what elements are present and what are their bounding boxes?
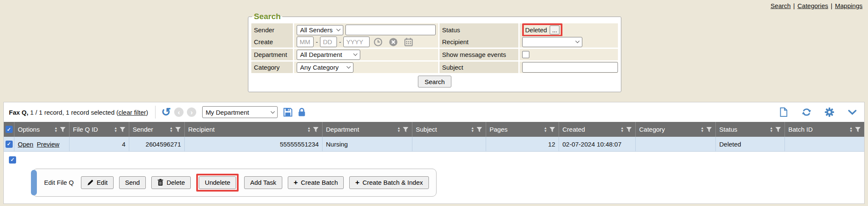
category-select[interactable]: Any Category <box>297 62 353 73</box>
footer-select-checkbox[interactable]: ✓ <box>9 156 16 164</box>
sort-icon[interactable]: ▲▼ <box>114 127 117 133</box>
save-view-icon[interactable] <box>283 107 293 117</box>
create-month-input[interactable] <box>297 37 314 47</box>
edit-panel-label: Edit File Q <box>44 179 74 186</box>
cell-category <box>636 137 716 151</box>
row-checkbox[interactable]: ✓ <box>6 141 13 148</box>
nav-link-search[interactable]: Search <box>771 2 791 9</box>
sender-select[interactable]: All Senders <box>297 25 343 35</box>
toolbar-right-icons <box>779 107 857 117</box>
sort-icon[interactable]: ▲▼ <box>701 127 704 133</box>
category-select-value: Any Category <box>300 64 339 71</box>
date-separator: - <box>316 38 318 45</box>
create-batch-index-button[interactable]: + Create Batch & Index <box>349 176 429 189</box>
collapse-chevron-icon[interactable] <box>847 107 857 117</box>
preview-link[interactable]: Preview <box>37 141 59 148</box>
show-message-events-checkbox[interactable] <box>522 51 529 58</box>
cell-options: OpenPreview <box>14 137 70 151</box>
filter-icon[interactable] <box>549 127 555 133</box>
filter-icon[interactable] <box>855 127 861 133</box>
column-label: Created <box>562 126 585 133</box>
status-label: Status <box>440 23 518 37</box>
column-label: File Q ID <box>73 126 98 133</box>
edit-button-label: Edit <box>97 179 108 186</box>
previous-page-icon: ‹ <box>174 107 184 117</box>
search-panel: Search Sender All Senders Status Deleted… <box>248 12 621 92</box>
undelete-highlight-annotation: Undelete <box>196 174 239 192</box>
undelete-button[interactable]: Undelete <box>199 176 236 189</box>
clear-filter-link[interactable]: clear filter <box>118 109 146 116</box>
sort-icon[interactable]: ▲▼ <box>620 127 624 133</box>
recipient-label: Recipient <box>440 36 518 48</box>
sort-icon[interactable]: ▲▼ <box>54 127 58 133</box>
filter-icon[interactable] <box>313 127 319 133</box>
sort-icon[interactable]: ▲▼ <box>849 127 853 133</box>
create-label: Create <box>251 36 293 48</box>
search-button-row: Search <box>251 74 618 89</box>
header-cell-category: Category ▲▼ <box>636 122 716 137</box>
department-label: Department <box>251 49 293 60</box>
filter-icon[interactable] <box>775 127 781 133</box>
column-label: Status <box>719 126 737 133</box>
grid-footer: ✓ Edit File Q Edit Send Delete Undelete <box>4 152 864 203</box>
sender-text-input[interactable] <box>345 25 436 35</box>
cell-sender: 2604596271 <box>129 137 185 151</box>
sort-icon[interactable]: ▲▼ <box>170 127 173 133</box>
search-button[interactable]: Search <box>418 76 452 87</box>
chevron-down-icon <box>353 52 358 56</box>
view-select-value: My Department <box>206 109 249 116</box>
nav-link-mappings[interactable]: Mappings <box>835 2 862 9</box>
filter-icon[interactable] <box>403 127 409 133</box>
sort-icon[interactable]: ▲▼ <box>397 127 401 133</box>
search-row-category-subject: Category Any Category Subject <box>251 62 618 73</box>
sort-icon[interactable]: ▲▼ <box>471 127 474 133</box>
gear-icon[interactable] <box>824 107 835 117</box>
sort-icon[interactable]: ▲▼ <box>544 127 547 133</box>
undo-icon[interactable]: ↺ <box>161 107 171 118</box>
search-row-sender-status: Sender All Senders Status Deleted ... <box>251 23 618 35</box>
calendar-icon[interactable] <box>404 37 413 47</box>
create-day-input[interactable] <box>320 37 337 47</box>
refresh-icon[interactable] <box>801 107 812 117</box>
grid-title: Fax Q, 1 / 1 record, 1 record selected (… <box>9 109 148 116</box>
filter-icon[interactable] <box>626 127 632 133</box>
select-all-checkbox[interactable]: ✓ <box>6 126 13 133</box>
filter-icon[interactable] <box>175 127 181 133</box>
sender-label: Sender <box>251 23 293 37</box>
department-select[interactable]: All Department <box>297 50 360 60</box>
view-select[interactable]: My Department <box>202 106 278 118</box>
show-message-events-label: Show message events <box>440 49 518 60</box>
delete-button-label: Delete <box>167 179 185 186</box>
recipient-select[interactable] <box>522 37 582 47</box>
lock-icon[interactable] <box>297 107 307 117</box>
clock-icon[interactable] <box>373 37 383 47</box>
filter-icon[interactable] <box>120 127 125 133</box>
column-label: Batch ID <box>788 126 813 133</box>
filter-icon[interactable] <box>476 127 482 133</box>
nav-link-categories[interactable]: Categories <box>798 2 829 9</box>
status-more-button[interactable]: ... <box>550 25 560 34</box>
sort-icon[interactable]: ▲▼ <box>307 127 311 133</box>
filter-icon[interactable] <box>706 127 712 133</box>
open-link[interactable]: Open <box>18 141 33 148</box>
create-batch-button[interactable]: + Create Batch <box>288 176 344 189</box>
send-button[interactable]: Send <box>119 176 146 189</box>
toolbar-divider <box>155 106 156 119</box>
header-cell-file-q-id: File Q ID ▲▼ <box>70 122 129 137</box>
delete-button[interactable]: Delete <box>151 176 191 189</box>
chevron-down-icon <box>337 27 341 31</box>
date-separator: - <box>339 38 341 45</box>
status-highlight-annotation: Deleted ... <box>522 23 562 37</box>
edit-button[interactable]: Edit <box>81 176 114 189</box>
create-year-input[interactable] <box>343 37 370 47</box>
subject-input[interactable] <box>522 62 618 73</box>
header-cell-options: Options ▲▼ <box>14 122 70 137</box>
new-document-icon[interactable] <box>779 107 789 117</box>
next-page-icon: › <box>187 107 196 117</box>
filter-icon[interactable] <box>60 127 66 133</box>
sort-icon[interactable]: ▲▼ <box>770 127 773 133</box>
plus-icon: + <box>294 179 298 186</box>
add-task-button[interactable]: Add Task <box>244 176 282 189</box>
clear-date-icon[interactable] <box>389 37 398 47</box>
header-cell-status: Status ▲▼ <box>716 122 785 137</box>
